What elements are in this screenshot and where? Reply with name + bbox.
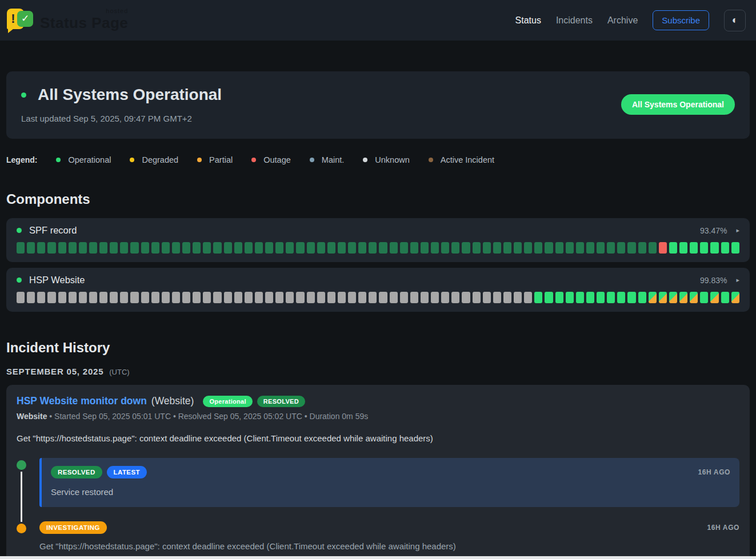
incident-date-label: SEPTEMBER 05, 2025 bbox=[6, 367, 103, 376]
brand-superscript: hosted bbox=[106, 7, 128, 14]
uptime-bar-dark bbox=[607, 242, 615, 254]
incident-timeline: RESOLVED LATEST 16H AGO Service restored… bbox=[17, 458, 739, 551]
uptime-bar-bright bbox=[627, 292, 635, 303]
uptime-bar-dark bbox=[649, 242, 657, 254]
legend-item-label: Maint. bbox=[322, 155, 345, 164]
legend-item-label: Active Incident bbox=[441, 155, 494, 164]
uptime-bar-dark bbox=[58, 242, 66, 254]
uptime-bar-gray bbox=[514, 292, 522, 303]
nav-item-archive[interactable]: Archive bbox=[607, 15, 638, 26]
uptime-bar-dark bbox=[410, 242, 418, 254]
main-nav: Status Incidents Archive Subscribe ◐ bbox=[515, 10, 746, 31]
uptime-bar-dark bbox=[307, 242, 315, 254]
uptime-bar-dark bbox=[213, 242, 221, 254]
overall-status-banner: All Systems Operational Last updated Sep… bbox=[6, 71, 750, 139]
legend-label: Legend: bbox=[6, 155, 37, 164]
latest-badge: LATEST bbox=[107, 466, 147, 478]
legend-item-degraded: Degraded bbox=[130, 155, 178, 164]
uptime-bar-gray bbox=[265, 292, 273, 303]
uptime-bar-dark bbox=[483, 242, 491, 254]
exclamation-icon: ! bbox=[11, 11, 15, 26]
uptime-bar-gray bbox=[348, 292, 356, 303]
investigating-update: INVESTIGATING 16H AGO Get "https://hoste… bbox=[39, 521, 739, 551]
uptime-bar-gray bbox=[483, 292, 491, 303]
uptime-bar-bright bbox=[669, 242, 677, 254]
footer-strip bbox=[0, 556, 756, 559]
app-logo-icon: ! ✓ bbox=[6, 7, 35, 34]
uptime-bars bbox=[17, 242, 739, 254]
incident-component-suffix: (Website) bbox=[151, 395, 194, 407]
banner-left: All Systems Operational Last updated Sep… bbox=[21, 86, 222, 123]
incident-title-link[interactable]: HSP Website monitor down bbox=[17, 395, 147, 407]
uptime-bar-dark bbox=[348, 242, 356, 254]
uptime-bar-gray bbox=[441, 292, 449, 303]
component-status-dot-icon bbox=[17, 278, 22, 283]
uptime-bar-gray bbox=[307, 292, 315, 303]
legend-item-active-incident: Active Incident bbox=[429, 155, 494, 164]
legend-item-label: Unknown bbox=[375, 155, 409, 164]
expand-arrow-icon[interactable]: ▸ bbox=[736, 276, 739, 284]
uptime-bar-gray bbox=[296, 292, 304, 303]
uptime-bar-dark bbox=[27, 242, 35, 254]
update-timestamp: 16H AGO bbox=[707, 524, 739, 532]
uptime-bar-dark bbox=[327, 242, 335, 254]
overall-status-badge: All Systems Operational bbox=[621, 94, 735, 115]
page-body: All Systems Operational Last updated Sep… bbox=[0, 71, 756, 559]
uptime-percentage: 93.47% bbox=[700, 226, 727, 235]
uptime-bar-bright bbox=[566, 292, 574, 303]
operational-dot-icon bbox=[56, 158, 61, 162]
timeline-update-investigating: INVESTIGATING 16H AGO Get "https://hoste… bbox=[17, 521, 739, 551]
component-name: HSP Website bbox=[29, 275, 85, 285]
incident-title-row: HSP Website monitor down (Website) Opera… bbox=[17, 395, 739, 407]
theme-toggle-button[interactable]: ◐ bbox=[724, 10, 746, 31]
uptime-bar-dark bbox=[110, 242, 118, 254]
uptime-bar-bright bbox=[700, 292, 708, 303]
incident-meta-details: • Started Sep 05, 2025 05:01 UTC • Resol… bbox=[49, 412, 368, 421]
uptime-bar-dark bbox=[566, 242, 574, 254]
nav-item-status[interactable]: Status bbox=[515, 15, 541, 26]
uptime-bar-dark bbox=[141, 242, 149, 254]
maint-dot-icon bbox=[310, 158, 314, 162]
uptime-bar-bright bbox=[586, 292, 594, 303]
uptime-bar-dark bbox=[617, 242, 625, 254]
badge-row: RESOLVED LATEST bbox=[51, 466, 147, 478]
legend: Legend: Operational Degraded Partial Out… bbox=[6, 155, 750, 164]
subscribe-button[interactable]: Subscribe bbox=[653, 10, 709, 30]
expand-arrow-icon[interactable]: ▸ bbox=[736, 227, 739, 234]
brand[interactable]: ! ✓ Status Page hosted bbox=[6, 7, 128, 34]
uptime-bar-gray bbox=[286, 292, 294, 303]
uptime-bar-dark bbox=[17, 242, 25, 254]
uptime-bar-bright bbox=[731, 242, 739, 254]
update-header: RESOLVED LATEST 16H AGO bbox=[51, 466, 730, 478]
update-message: Get "https://hostedstatus.page": context… bbox=[39, 541, 739, 551]
uptime-bar-bright bbox=[679, 242, 687, 254]
uptime-bar-dark bbox=[555, 242, 563, 254]
component-header[interactable]: HSP Website 99.83% ▸ bbox=[17, 275, 739, 285]
active-incident-dot-icon bbox=[429, 158, 433, 162]
uptime-bar-dark bbox=[379, 242, 387, 254]
uptime-bar-dark bbox=[37, 242, 45, 254]
uptime-bar-gray bbox=[327, 292, 335, 303]
uptime-bar-bright bbox=[721, 292, 729, 303]
uptime-bar-gray bbox=[421, 292, 429, 303]
nav-item-incidents[interactable]: Incidents bbox=[556, 15, 593, 26]
uptime-bar-gray bbox=[255, 292, 263, 303]
brand-name-label: Status Page bbox=[40, 14, 128, 31]
uptime-bar-gray bbox=[89, 292, 97, 303]
uptime-bar-dark bbox=[369, 242, 377, 254]
checkmark-icon: ✓ bbox=[17, 11, 33, 27]
uptime-bar-gray bbox=[79, 292, 87, 303]
uptime-bar-diag bbox=[690, 292, 698, 303]
component-header[interactable]: SPF record 93.47% ▸ bbox=[17, 225, 739, 236]
incident-resolved-badge: RESOLVED bbox=[257, 396, 305, 407]
uptime-bar-dark bbox=[130, 242, 138, 254]
uptime-bar-diag bbox=[679, 292, 687, 303]
uptime-bar-diag bbox=[710, 292, 718, 303]
uptime-bar-gray bbox=[151, 292, 159, 303]
uptime-bar-dark bbox=[162, 242, 170, 254]
uptime-bar-gray bbox=[503, 292, 511, 303]
uptime-bar-gray bbox=[275, 292, 283, 303]
uptime-bar-gray bbox=[17, 292, 25, 303]
uptime-bar-gray bbox=[213, 292, 221, 303]
investigating-badge: INVESTIGATING bbox=[39, 521, 107, 534]
